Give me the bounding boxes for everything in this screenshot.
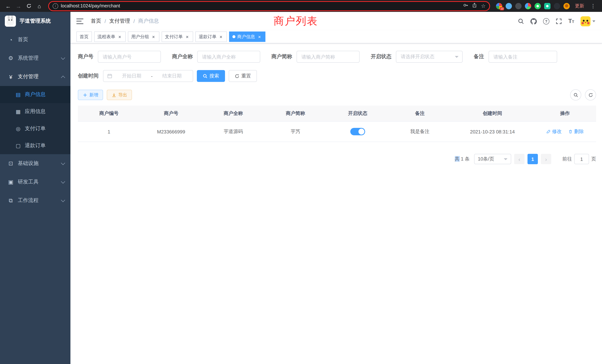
- edit-link[interactable]: 修改: [546, 128, 562, 135]
- status-select[interactable]: 请选择开启状态: [396, 51, 463, 63]
- close-icon[interactable]: ×: [257, 34, 262, 39]
- status-toggle[interactable]: [350, 128, 365, 135]
- forward-icon[interactable]: →: [14, 1, 23, 10]
- address-bar[interactable]: i localhost:1024/pay/merchant ☆: [48, 1, 490, 11]
- password-key-icon[interactable]: [463, 3, 468, 9]
- share-icon[interactable]: [472, 3, 477, 9]
- hamburger-icon[interactable]: [76, 18, 83, 24]
- field-label: 开启状态: [371, 53, 391, 60]
- extension-icon-5[interactable]: [535, 3, 541, 9]
- user-avatar: [580, 16, 591, 26]
- app-logo[interactable]: 芋道管理系统: [0, 12, 70, 30]
- sidebar-item-app-info[interactable]: ▦ 应用信息: [0, 103, 70, 120]
- reload-icon[interactable]: [24, 1, 33, 10]
- refresh-table-icon[interactable]: [585, 89, 596, 100]
- sidebar-item-label: 支付管理: [18, 73, 57, 80]
- extension-icon-4[interactable]: [525, 3, 531, 9]
- toggle-search-icon[interactable]: [570, 89, 581, 100]
- help-icon[interactable]: ?: [543, 18, 549, 24]
- field-label: 商户简称: [271, 53, 292, 60]
- pencil-icon: [546, 129, 551, 134]
- field-merchant-short-name: 商户简称: [271, 51, 360, 63]
- sidebar-item-refund-order[interactable]: ▢ 退款订单: [0, 137, 70, 154]
- active-dot-icon: [232, 35, 235, 38]
- col-actions: 操作: [534, 106, 596, 121]
- workflow-icon: ⧉: [8, 197, 14, 204]
- home-icon[interactable]: ⌂: [35, 1, 44, 10]
- page-number-1[interactable]: 1: [527, 154, 538, 164]
- tab-refund-order[interactable]: 退款订单 ×: [195, 32, 227, 42]
- tab-process-form[interactable]: 流程表单 ×: [94, 32, 126, 42]
- close-icon[interactable]: ×: [117, 34, 122, 39]
- grid-icon: ▦: [15, 109, 21, 115]
- profile-avatar-icon[interactable]: [563, 3, 570, 9]
- browser-update-button[interactable]: 更新: [575, 3, 584, 9]
- search-button-label: 搜索: [209, 73, 219, 79]
- logo-rabbit-icon: [5, 16, 16, 27]
- breadcrumb-item[interactable]: 首页: [91, 18, 101, 24]
- close-icon[interactable]: ×: [151, 34, 156, 39]
- user-menu[interactable]: [580, 16, 595, 26]
- caret-down-icon: [504, 158, 507, 160]
- sidebar-item-label: 支付订单: [25, 125, 46, 132]
- sidebar-item-infra[interactable]: ⊡ 基础设施: [0, 154, 70, 173]
- close-icon[interactable]: ×: [185, 34, 190, 39]
- font-size-icon[interactable]: TT: [568, 18, 574, 24]
- delete-link[interactable]: 删除: [568, 128, 584, 135]
- site-info-icon[interactable]: i: [53, 3, 58, 9]
- edit-link-label: 修改: [552, 128, 562, 135]
- sidebar-item-home[interactable]: ◔ 首页: [0, 30, 70, 49]
- browser-toolbar: ← → ⌂ i localhost:1024/pay/merchant ☆ 10: [0, 0, 602, 12]
- back-icon[interactable]: ←: [4, 1, 13, 10]
- tab-merchant-info[interactable]: 商户信息 ×: [229, 32, 265, 42]
- tab-home[interactable]: 首页: [76, 32, 92, 42]
- target-icon: ◎: [15, 126, 21, 132]
- merchant-full-name-input[interactable]: [197, 51, 260, 63]
- cell-status: [327, 121, 389, 142]
- add-button[interactable]: 新增: [78, 90, 103, 100]
- github-icon[interactable]: [530, 18, 537, 24]
- next-page-icon[interactable]: ›: [541, 154, 551, 164]
- browser-menu-icon[interactable]: ⋮: [589, 3, 597, 9]
- sidebar-submenu-payment: ▤ 商户信息 ▦ 应用信息 ◎ 支付订单 ▢ 退款订单: [0, 86, 70, 154]
- tab-label: 流程表单: [97, 33, 115, 40]
- remark-input[interactable]: [489, 51, 557, 63]
- extension-icon-6[interactable]: [544, 3, 550, 9]
- merchant-short-name-input[interactable]: [297, 51, 360, 63]
- close-icon[interactable]: ×: [218, 34, 224, 39]
- sidebar-item-pay-order[interactable]: ◎ 支付订单: [0, 120, 70, 137]
- search-icon[interactable]: [518, 18, 524, 24]
- bookmark-star-icon[interactable]: ☆: [481, 3, 486, 9]
- tab-pay-order[interactable]: 支付订单 ×: [162, 32, 193, 42]
- extension-icon-3[interactable]: [515, 3, 522, 9]
- search-button[interactable]: 搜索: [197, 70, 225, 82]
- date-end-placeholder: 结束日期: [155, 73, 189, 79]
- toolbox-icon: ▣: [8, 179, 14, 185]
- extension-icon-7[interactable]: [554, 3, 560, 9]
- sidebar-item-workflow[interactable]: ⧉ 工作流程: [0, 191, 70, 210]
- page-header: 首页 / 支付管理 / 商户信息 商户列表 ?: [70, 12, 602, 30]
- add-button-label: 新增: [89, 92, 98, 98]
- table-tools: [570, 89, 596, 100]
- reset-button[interactable]: 重置: [229, 70, 257, 82]
- sidebar-item-devtools[interactable]: ▣ 研发工具: [0, 173, 70, 191]
- chevron-down-icon: [61, 179, 65, 184]
- sidebar-item-label: 首页: [18, 36, 64, 43]
- chevron-down-icon: [61, 198, 65, 202]
- date-range-picker[interactable]: 开始日期 - 结束日期: [103, 70, 193, 82]
- prev-page-icon[interactable]: ‹: [514, 154, 525, 164]
- tab-user-group[interactable]: 用户分组 ×: [128, 32, 159, 42]
- goto-page-input[interactable]: [574, 154, 589, 164]
- page-size-select[interactable]: 10条/页: [474, 154, 511, 164]
- merchant-no-input[interactable]: [98, 51, 161, 63]
- breadcrumb-item[interactable]: 支付管理: [109, 18, 130, 24]
- col-remark: 备注: [389, 106, 451, 121]
- sidebar-item-merchant-info[interactable]: ▤ 商户信息: [0, 86, 70, 103]
- extension-icon-2[interactable]: [506, 3, 512, 9]
- fullscreen-icon[interactable]: [556, 18, 562, 24]
- extension-icon-1[interactable]: 10: [496, 3, 502, 9]
- sidebar-item-system[interactable]: ⚙ 系统管理: [0, 49, 70, 67]
- breadcrumb-item-current: 商户信息: [138, 18, 159, 24]
- export-button[interactable]: 导出: [107, 90, 132, 100]
- sidebar-item-payment[interactable]: ¥ 支付管理: [0, 67, 70, 86]
